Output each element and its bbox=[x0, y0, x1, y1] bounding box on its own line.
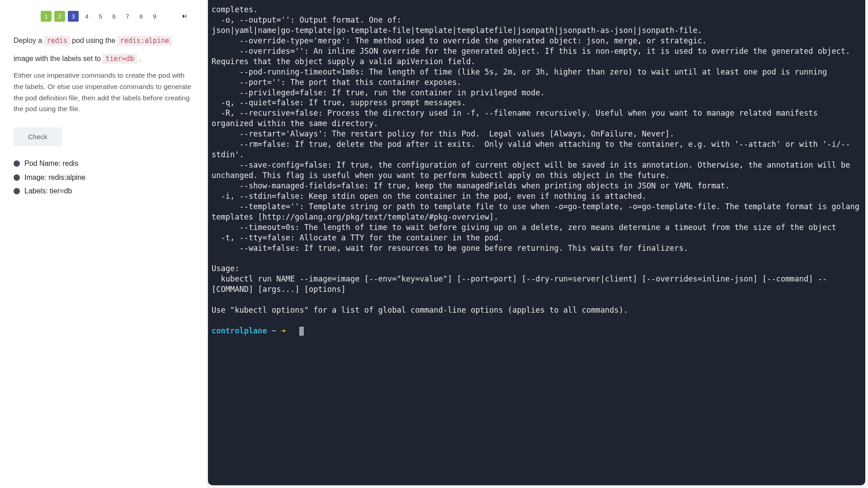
pager-step-8[interactable]: 8 bbox=[136, 11, 146, 22]
pager-step-6[interactable]: 6 bbox=[108, 11, 119, 22]
app-root: 1 2 3 4 5 6 7 8 9 Deploy a redis pod usi… bbox=[0, 0, 868, 488]
requirement-text: Labels: tier=db bbox=[24, 184, 72, 198]
bullet-icon bbox=[14, 188, 20, 194]
pager-step-7[interactable]: 7 bbox=[122, 11, 133, 22]
step-pager: 1 2 3 4 5 6 7 8 9 bbox=[14, 11, 194, 22]
bullet-icon bbox=[14, 174, 20, 181]
prompt-hostname: controlplane bbox=[212, 326, 267, 335]
svg-rect-0 bbox=[186, 14, 186, 18]
task-instruction: Deploy a redis pod using the redis:alpin… bbox=[14, 34, 194, 47]
list-item: Pod Name: redis bbox=[14, 157, 194, 170]
pager-step-9[interactable]: 9 bbox=[149, 11, 160, 22]
instr-text: pod using the bbox=[72, 37, 118, 44]
requirement-text: Image: redis:alpine bbox=[24, 171, 85, 184]
pager-step-2[interactable]: 2 bbox=[54, 11, 65, 22]
instr-text: Deploy a bbox=[14, 37, 44, 44]
prompt-arrow-icon: ➜ bbox=[281, 326, 286, 335]
code-label: tier=db bbox=[103, 54, 137, 64]
terminal-cursor bbox=[299, 327, 304, 336]
pager-step-1[interactable]: 1 bbox=[41, 11, 52, 22]
pager-step-5[interactable]: 5 bbox=[95, 11, 106, 22]
list-item: Labels: tier=db bbox=[14, 184, 194, 198]
prompt-path: ~ bbox=[272, 326, 276, 335]
list-item: Image: redis:alpine bbox=[14, 171, 194, 184]
instr-text: image with the labels set to bbox=[14, 55, 103, 62]
check-button[interactable]: Check bbox=[14, 127, 62, 146]
skip-forward-icon bbox=[181, 13, 188, 20]
pager-step-4[interactable]: 4 bbox=[81, 11, 92, 22]
terminal-output: completes. -o, --output='': Output forma… bbox=[212, 5, 864, 314]
instr-text: . bbox=[139, 55, 141, 62]
pager-next-button[interactable] bbox=[179, 11, 190, 22]
pager-step-3[interactable]: 3 bbox=[68, 11, 79, 22]
requirement-text: Pod Name: redis bbox=[24, 157, 78, 170]
requirements-list: Pod Name: redis Image: redis:alpine Labe… bbox=[14, 157, 194, 198]
task-instruction-line2: image with the labels set to tier=db . bbox=[14, 52, 194, 65]
instructions-panel: 1 2 3 4 5 6 7 8 9 Deploy a redis pod usi… bbox=[0, 0, 208, 488]
bullet-icon bbox=[14, 160, 20, 167]
code-image: redis:alpine bbox=[118, 36, 172, 46]
task-hint: Either use imperative commands to create… bbox=[14, 70, 194, 115]
terminal[interactable]: completes. -o, --output='': Output forma… bbox=[208, 0, 865, 485]
code-redis: redis bbox=[44, 36, 70, 46]
